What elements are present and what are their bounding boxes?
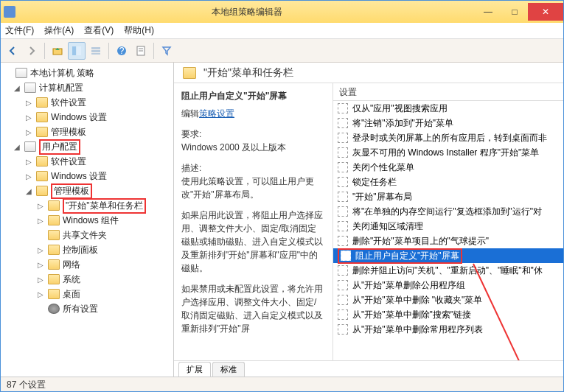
list-header[interactable]: 设置 (333, 83, 563, 101)
tree-user-config[interactable]: ◢用户配置 (1, 139, 173, 154)
status-count: 87 个设置 (7, 379, 46, 390)
description-p1: 使用此策略设置，可以阻止用户更改"开始"屏幕布局。 (181, 175, 325, 201)
tree-item[interactable]: ▷Windows 组件 (1, 213, 173, 228)
list-row[interactable]: 登录时或关闭屏幕上的所有应用后，转到桌面而非 (333, 130, 563, 145)
forward-button[interactable] (23, 42, 41, 60)
list-item-label: 登录时或关闭屏幕上的所有应用后，转到桌面而非 (352, 132, 547, 144)
list-row[interactable]: 从"开始"菜单删除公用程序组 (333, 278, 563, 293)
edit-label: 编辑 (181, 108, 199, 119)
menu-view[interactable]: 查看(V) (84, 24, 114, 37)
minimize-button[interactable]: — (475, 3, 501, 21)
description-column: 阻止用户自定义"开始"屏幕 编辑策略设置 要求: Windows 2000 及以… (174, 83, 333, 360)
tree-item[interactable]: ▷系统 (1, 272, 173, 287)
folder-icon (183, 67, 196, 79)
list-row[interactable]: 从"开始"菜单中删除 "收藏夹"菜单 (333, 293, 563, 307)
tree-startmenu[interactable]: ▷"开始"菜单和任务栏 (1, 198, 173, 213)
list-row[interactable]: 关闭通知区域清理 (333, 219, 563, 234)
list-item-label: 锁定任务栏 (352, 176, 397, 189)
toolbar: ? (1, 39, 563, 63)
list-row[interactable]: 阻止用户自定义"开始"屏幕 (333, 248, 563, 263)
help-icon[interactable]: ? (113, 42, 130, 60)
tree-item[interactable]: ▷桌面 (1, 287, 173, 301)
description-p3: 如果禁用或未配置此设置，将允许用户选择应用、调整文件大小、固定/取消固定磁贴、进… (181, 282, 325, 335)
tree-item-all[interactable]: 所有设置 (1, 301, 173, 316)
close-button[interactable]: ✕ (528, 3, 563, 21)
list-row[interactable]: 将"在单独的内存空间运行"复选框添加到"运行"对 (333, 204, 563, 219)
list-row[interactable]: 从"开始"菜单中删除"搜索"链接 (333, 307, 563, 322)
tree-admin-templates[interactable]: ◢管理模板 (1, 183, 173, 198)
menu-action[interactable]: 操作(A) (44, 24, 74, 37)
requirement-label: 要求: (181, 127, 325, 141)
svg-rect-3 (91, 47, 100, 49)
list-row[interactable]: 将"注销"添加到"开始"菜单 (333, 116, 563, 130)
back-button[interactable] (4, 42, 21, 60)
policy-icon (15, 68, 27, 78)
detail-header: "开始"菜单和任务栏 (174, 63, 563, 83)
properties-icon[interactable] (132, 42, 150, 60)
setting-icon (338, 309, 348, 320)
folder-icon (48, 215, 60, 225)
folder-icon (36, 97, 48, 108)
list-row[interactable]: 仅从"应用"视图搜索应用 (333, 101, 563, 116)
list-row[interactable]: 灰显不可用的 Windows Installer 程序"开始"菜单 (333, 145, 563, 160)
tab-standard[interactable]: 标准 (212, 362, 245, 377)
folder-icon (48, 200, 60, 211)
list-item-label: 从"开始"菜单中删除 "收藏夹"菜单 (352, 294, 482, 307)
tree-item[interactable]: ▷软件设置 (1, 95, 173, 110)
list-row[interactable]: "开始"屏幕布局 (333, 189, 563, 204)
list-item-label: 删除并阻止访问"关机"、"重新启动"、"睡眠"和"休 (352, 265, 543, 277)
maximize-button[interactable]: □ (501, 3, 528, 21)
tree-item[interactable]: ▷管理模板 (1, 125, 173, 139)
menu-file[interactable]: 文件(F) (5, 24, 34, 37)
tree-computer-config[interactable]: ◢计算机配置 (1, 80, 173, 95)
window-title: 本地组策略编辑器 (18, 6, 475, 18)
list-row[interactable]: 从"开始"菜单中删除常用程序列表 (333, 322, 563, 337)
setting-icon (338, 236, 348, 246)
svg-rect-1 (72, 46, 76, 55)
gear-icon (48, 304, 60, 314)
list-item-label: 从"开始"菜单中删除常用程序列表 (352, 323, 483, 336)
show-tree-icon[interactable] (68, 42, 86, 60)
list-item-label: 关闭个性化菜单 (352, 161, 414, 174)
list-row[interactable]: 关闭个性化菜单 (333, 160, 563, 175)
tree-item[interactable]: 共享文件夹 (1, 228, 173, 242)
edit-policy-link[interactable]: 策略设置 (199, 108, 234, 119)
menubar: 文件(F) 操作(A) 查看(V) 帮助(H) (1, 23, 563, 39)
tree-pane[interactable]: 本地计算机 策略 ◢计算机配置 ▷软件设置 ▷Windows 设置 ▷管理模板 … (1, 63, 174, 377)
main-area: 本地计算机 策略 ◢计算机配置 ▷软件设置 ▷Windows 设置 ▷管理模板 … (1, 63, 563, 377)
folder-icon (48, 245, 60, 255)
tree-item[interactable]: ▷软件设置 (1, 154, 173, 169)
folder-icon (48, 230, 60, 240)
setting-icon (341, 251, 351, 261)
list-row[interactable]: 删除并阻止访问"关机"、"重新启动"、"睡眠"和"休 (333, 263, 563, 278)
view-icon[interactable] (87, 42, 105, 60)
list-item-label: 从"开始"菜单中删除"搜索"链接 (352, 309, 471, 321)
folder-icon (48, 259, 60, 270)
setting-icon (338, 133, 348, 143)
view-tabs: 扩展 标准 (174, 360, 563, 377)
tree-item[interactable]: ▷Windows 设置 (1, 169, 173, 183)
tree-item[interactable]: ▷Windows 设置 (1, 110, 173, 125)
tree-root[interactable]: 本地计算机 策略 (1, 66, 173, 80)
tab-extended[interactable]: 扩展 (178, 362, 211, 377)
tree-item[interactable]: ▷网络 (1, 257, 173, 272)
setting-icon (338, 265, 348, 276)
user-icon (24, 141, 36, 152)
list-row[interactable]: 锁定任务栏 (333, 175, 563, 189)
up-folder-icon[interactable] (49, 42, 66, 60)
tree-item[interactable]: ▷控制面板 (1, 242, 173, 257)
menu-help[interactable]: 帮助(H) (124, 24, 154, 37)
list-item-label: 将"在单独的内存空间运行"复选框添加到"运行"对 (352, 206, 542, 218)
folder-icon (36, 186, 48, 196)
computer-icon (24, 83, 36, 93)
filter-icon[interactable] (158, 42, 175, 60)
detail-pane: "开始"菜单和任务栏 阻止用户自定义"开始"屏幕 编辑策略设置 要求: Wind… (174, 63, 563, 377)
list-row[interactable]: 删除"开始"菜单项目上的"气球提示" (333, 234, 563, 248)
setting-icon (338, 221, 348, 231)
settings-list[interactable]: 设置 仅从"应用"视图搜索应用将"注销"添加到"开始"菜单登录时或关闭屏幕上的所… (333, 83, 563, 360)
list-item-label: 关闭通知区域清理 (352, 220, 423, 233)
toolbar-sep (44, 43, 45, 59)
detail-body: 阻止用户自定义"开始"屏幕 编辑策略设置 要求: Windows 2000 及以… (174, 83, 563, 360)
list-item-label: 阻止用户自定义"开始"屏幕 (355, 250, 459, 262)
list-item-label: 将"注销"添加到"开始"菜单 (352, 117, 453, 130)
